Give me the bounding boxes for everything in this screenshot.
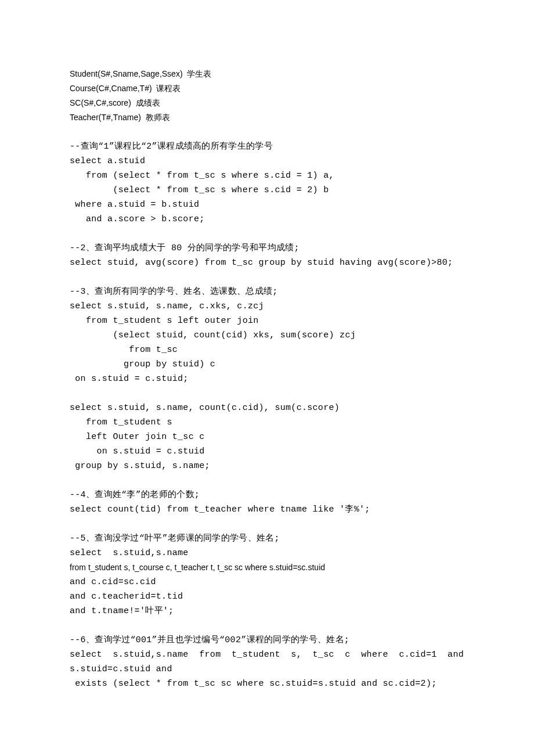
- code-line: SC(S#,C#,score) 成绩表: [70, 96, 464, 110]
- blank-line: [70, 386, 464, 401]
- code-line: select stuid, avg(score) from t_sc group…: [70, 255, 464, 270]
- code-line: and a.score > b.score;: [70, 212, 464, 226]
- code-line: select s.stuid, s.name, count(c.cid), su…: [70, 401, 464, 415]
- code-line: select a.stuid: [70, 154, 464, 168]
- code-line: from t_sc: [70, 343, 464, 357]
- code-line: from (select * from t_sc s where s.cid =…: [70, 168, 464, 183]
- code-line: Course(C#,Cname,T#) 课程表: [70, 81, 464, 96]
- document-page: Student(S#,Sname,Sage,Ssex) 学生表Course(C#…: [0, 0, 534, 756]
- blank-line: [70, 618, 464, 633]
- blank-line: [70, 125, 464, 139]
- code-line: select count(tid) from t_teacher where t…: [70, 502, 464, 517]
- code-line: --6、查询学过“001”并且也学过编号“002”课程的同学的学号、姓名;: [70, 633, 464, 647]
- code-line: Teacher(T#,Tname) 教师表: [70, 110, 464, 125]
- code-line: left Outer join t_sc c: [70, 430, 464, 444]
- content-container: Student(S#,Sname,Sage,Ssex) 学生表Course(C#…: [70, 67, 464, 691]
- blank-line: [70, 226, 464, 241]
- code-line: and t.tname!='叶平';: [70, 604, 464, 618]
- code-line: from t_student s: [70, 415, 464, 430]
- code-line: where a.stuid = b.stuid: [70, 197, 464, 212]
- code-line: and c.teacherid=t.tid: [70, 589, 464, 604]
- code-line: group by stuid) c: [70, 357, 464, 372]
- code-line: from t_student s left outer join: [70, 314, 464, 328]
- code-line: on s.stuid = c.stuid: [70, 444, 464, 459]
- code-line: --4、查询姓“李”的老师的个数;: [70, 488, 464, 502]
- code-line: --查询“1”课程比“2”课程成绩高的所有学生的学号: [70, 139, 464, 154]
- code-line: --2、查询平均成绩大于 80 分的同学的学号和平均成绩;: [70, 241, 464, 255]
- blank-line: [70, 473, 464, 488]
- blank-line: [70, 270, 464, 285]
- blank-line: [70, 517, 464, 531]
- code-line: (select * from t_sc s where s.cid = 2) b: [70, 183, 464, 197]
- code-line: select s.stuid,s.name: [70, 546, 464, 560]
- code-line: exists (select * from t_sc sc where sc.s…: [70, 676, 464, 691]
- code-line: --5、查询没学过“叶平”老师课的同学的学号、姓名;: [70, 531, 464, 546]
- code-line: select s.stuid, s.name, c.xks, c.zcj: [70, 299, 464, 314]
- code-line: --3、查询所有同学的学号、姓名、选课数、总成绩;: [70, 285, 464, 299]
- code-line: Student(S#,Sname,Sage,Ssex) 学生表: [70, 67, 464, 81]
- code-line: (select stuid, count(cid) xks, sum(score…: [70, 328, 464, 343]
- code-line: and c.cid=sc.cid: [70, 575, 464, 589]
- code-line: group by s.stuid, s.name;: [70, 459, 464, 473]
- code-line: on s.stuid = c.stuid;: [70, 372, 464, 386]
- code-line: select s.stuid,s.name from t_student s, …: [70, 647, 464, 676]
- code-line: from t_student s, t_course c, t_teacher …: [70, 560, 464, 575]
